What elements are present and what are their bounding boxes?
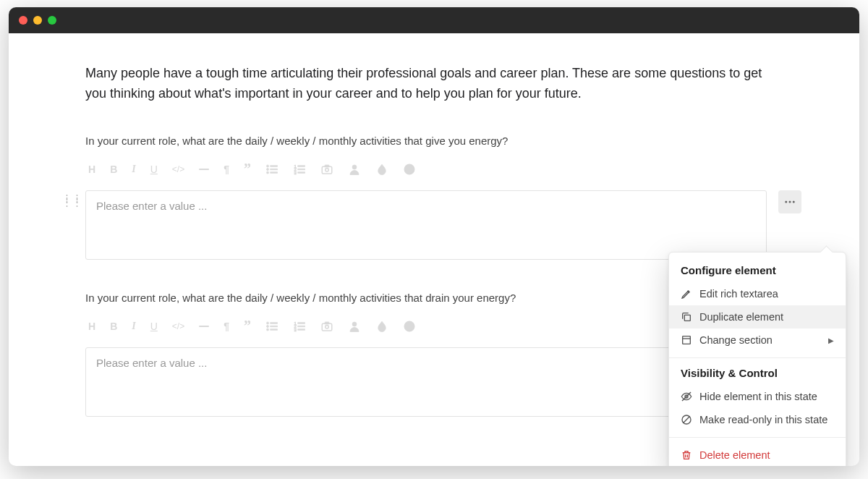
minimize-window-button[interactable]	[33, 16, 42, 25]
svg-point-2	[266, 168, 268, 170]
svg-text:3: 3	[294, 328, 297, 332]
camera-icon[interactable]	[320, 320, 333, 333]
svg-rect-25	[271, 326, 278, 327]
italic-icon[interactable]: I	[132, 320, 135, 333]
svg-rect-23	[271, 323, 278, 324]
svg-point-26	[266, 328, 268, 331]
rich-textarea[interactable]: Please enter a value ...	[85, 190, 767, 260]
svg-point-4	[266, 171, 268, 174]
svg-point-0	[266, 165, 268, 167]
svg-point-13	[326, 168, 329, 171]
drag-handle-icon[interactable]: ⋮⋮⋮⋮	[62, 196, 82, 205]
svg-point-40	[410, 325, 412, 326]
svg-rect-42	[683, 336, 691, 344]
svg-point-20	[789, 200, 791, 203]
svg-rect-36	[325, 322, 329, 324]
svg-point-37	[352, 322, 357, 326]
svg-rect-14	[325, 165, 329, 167]
prohibit-icon	[681, 414, 692, 425]
menu-item-label: Edit rich textarea	[699, 288, 778, 300]
duplicate-icon	[681, 311, 692, 323]
svg-point-35	[326, 325, 329, 328]
bullet-list-icon[interactable]	[265, 320, 278, 333]
menu-item-label: Hide element in this state	[699, 391, 817, 402]
svg-rect-41	[684, 315, 690, 321]
bullet-list-icon[interactable]	[265, 163, 278, 176]
droplet-icon[interactable]	[375, 163, 388, 176]
svg-point-17	[407, 168, 409, 169]
svg-point-15	[352, 165, 357, 169]
svg-rect-34	[322, 323, 332, 331]
ordered-list-icon[interactable]: 123	[293, 163, 306, 176]
menu-item-delete[interactable]: Delete element	[669, 444, 846, 466]
svg-rect-11	[298, 172, 305, 174]
close-window-button[interactable]	[19, 16, 27, 25]
camera-icon[interactable]	[320, 163, 333, 176]
svg-point-19	[785, 200, 787, 203]
more-options-button[interactable]	[778, 190, 801, 213]
menu-item-label: Make read-only in this state	[699, 414, 827, 425]
menu-item-edit[interactable]: Edit rich textarea	[669, 282, 846, 305]
svg-point-22	[266, 322, 268, 324]
maximize-window-button[interactable]	[48, 16, 56, 25]
paragraph-icon[interactable]: ¶	[224, 320, 229, 333]
menu-item-change-section[interactable]: Change section ▶	[669, 328, 846, 352]
underline-icon[interactable]: U	[150, 320, 158, 333]
textarea-row: ⋮⋮⋮⋮ Please enter a value ...	[85, 190, 801, 260]
divider-icon[interactable]	[199, 320, 209, 333]
svg-point-38	[404, 321, 414, 331]
svg-point-21	[793, 200, 795, 203]
eye-slash-icon	[681, 391, 692, 402]
svg-point-39	[407, 325, 409, 326]
pencil-icon	[681, 288, 692, 300]
smiley-icon[interactable]	[403, 320, 416, 333]
question-label: In your current role, what are the daily…	[85, 135, 801, 147]
menu-item-duplicate[interactable]: Duplicate element	[669, 305, 846, 328]
svg-rect-9	[298, 169, 305, 170]
quote-icon[interactable]: ”	[244, 163, 251, 176]
svg-rect-7	[298, 166, 305, 167]
menu-separator	[669, 437, 846, 438]
italic-icon[interactable]: I	[132, 163, 135, 176]
ordered-list-icon[interactable]: 123	[293, 320, 306, 333]
divider-icon[interactable]	[199, 163, 209, 176]
menu-item-label: Delete element	[699, 449, 770, 461]
user-icon[interactable]	[348, 320, 361, 333]
question-block: In your current role, what are the daily…	[85, 135, 801, 260]
svg-rect-31	[298, 326, 305, 327]
code-icon[interactable]: </>	[172, 320, 184, 333]
menu-item-readonly[interactable]: Make read-only in this state	[669, 408, 846, 431]
user-icon[interactable]	[348, 163, 361, 176]
bold-icon[interactable]: B	[110, 320, 117, 333]
svg-line-47	[683, 416, 689, 423]
trash-icon	[681, 449, 692, 461]
page-content: Many people have a tough time articulati…	[9, 33, 859, 466]
quote-icon[interactable]: ”	[244, 320, 251, 333]
menu-item-hide[interactable]: Hide element in this state	[669, 385, 846, 408]
droplet-icon[interactable]	[375, 320, 388, 333]
menu-heading: Visibility & Control	[669, 364, 846, 385]
paragraph-icon[interactable]: ¶	[224, 163, 229, 176]
heading-icon[interactable]: H	[88, 320, 95, 333]
window-titlebar	[9, 7, 859, 33]
smiley-icon[interactable]	[403, 163, 416, 176]
underline-icon[interactable]: U	[150, 163, 158, 176]
menu-separator	[669, 357, 846, 358]
menu-heading: Configure element	[669, 261, 846, 282]
heading-icon[interactable]: H	[88, 163, 95, 176]
svg-rect-3	[271, 169, 278, 170]
code-icon[interactable]: </>	[172, 163, 184, 176]
svg-rect-12	[322, 166, 332, 174]
svg-point-24	[266, 325, 268, 327]
svg-rect-29	[298, 323, 305, 324]
svg-rect-27	[271, 329, 278, 331]
svg-rect-5	[271, 172, 278, 174]
svg-rect-1	[271, 166, 278, 167]
svg-point-16	[404, 164, 414, 174]
svg-text:3: 3	[294, 171, 297, 175]
rich-text-toolbar: H B I U </> ¶ ” 123	[85, 163, 801, 176]
element-context-menu: Configure element Edit rich textarea Dup…	[668, 252, 846, 466]
chevron-right-icon: ▶	[828, 336, 834, 344]
intro-text: Many people have a tough time articulati…	[85, 64, 780, 104]
bold-icon[interactable]: B	[110, 163, 117, 176]
